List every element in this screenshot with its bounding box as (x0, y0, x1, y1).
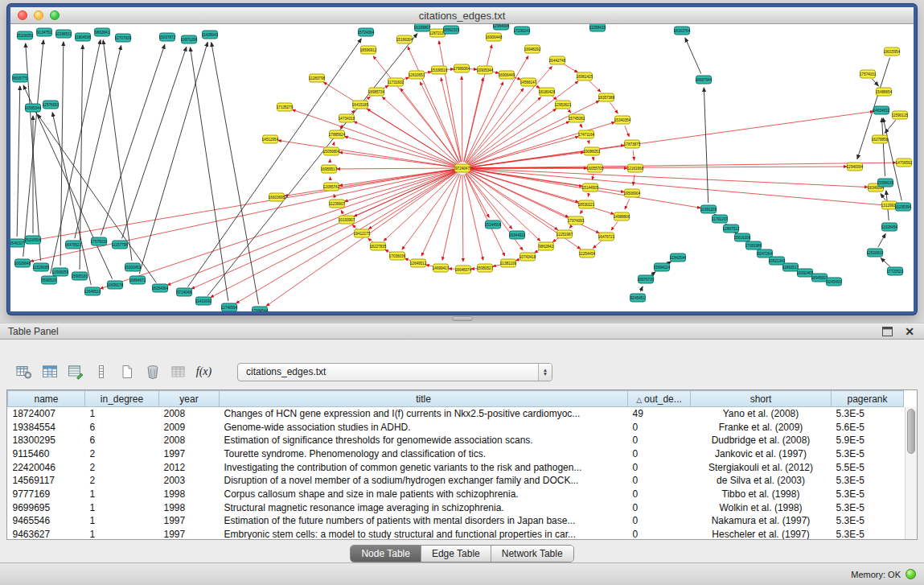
table-cell[interactable]: Tibbo et al. (1998) (691, 488, 832, 501)
table-cell[interactable]: 5.3E-5 (832, 501, 904, 514)
graph-node[interactable]: 14734318 (339, 114, 355, 122)
column-header-title[interactable]: title (220, 391, 628, 407)
graph-node[interactable]: 11804596 (75, 33, 92, 41)
table-cell[interactable]: 5.3E-5 (832, 474, 904, 488)
column-settings-button[interactable] (13, 361, 35, 382)
table-cell[interactable]: 0 (628, 528, 691, 540)
graph-node[interactable]: 17579030 (91, 237, 108, 245)
table-cell[interactable]: Investigating the contribution of common… (220, 460, 628, 474)
graph-edge[interactable] (368, 238, 373, 242)
graph-node[interactable]: 12576693 (43, 101, 60, 109)
table-cell[interactable]: Estimation of significance thresholds fo… (220, 434, 628, 447)
table-row[interactable]: 969969511998Structural magnetic resonanc… (8, 501, 904, 514)
window-titlebar[interactable]: citations_edges.txt (10, 7, 914, 24)
graph-node[interactable]: 12649512 (410, 259, 427, 267)
table-cell[interactable]: Stergiakouli et al. (2012) (691, 460, 832, 474)
table-cell[interactable]: Changes of HCN gene expression and I(f) … (220, 407, 628, 421)
graph-node[interactable]: 17873875 (624, 140, 641, 148)
table-cell[interactable]: Yano et al. (2008) (691, 407, 832, 421)
table-cell[interactable]: 9777169 (8, 488, 85, 501)
graph-node[interactable]: 17236243 (514, 27, 531, 35)
graph-node[interactable]: 17684544 (252, 307, 269, 311)
graph-node[interactable]: 18945602 (811, 274, 828, 282)
graph-edge[interactable] (640, 286, 643, 291)
graph-node[interactable]: 17974093 (568, 216, 585, 225)
graph-node[interactable]: 14706592 (896, 159, 913, 167)
table-cell[interactable]: 1997 (159, 514, 220, 528)
graph-node[interactable]: 12520810 (867, 249, 884, 257)
table-cell[interactable]: 2 (85, 447, 159, 461)
graph-edge[interactable] (466, 174, 489, 217)
graph-node[interactable]: 9724048 (177, 288, 192, 296)
graph-node[interactable]: 10193907 (339, 216, 355, 224)
table-cell[interactable]: 22420046 (8, 460, 85, 474)
table-cell[interactable]: 1 (85, 514, 159, 528)
graph-node[interactable]: 9605775 (13, 74, 28, 82)
graph-edge[interactable] (354, 122, 456, 166)
graph-edge[interactable] (345, 137, 457, 167)
graph-edge[interactable] (885, 120, 895, 133)
graph-node[interactable]: 16476521 (65, 241, 82, 249)
splitter-grip[interactable] (452, 316, 473, 321)
table-cell[interactable]: Disruption of a novel member of a sodium… (220, 474, 628, 488)
graph-edge[interactable] (469, 122, 615, 167)
graph-node[interactable]: 16055705 (587, 164, 604, 172)
table-cell[interactable]: Wolkin et al. (1998) (691, 501, 832, 514)
graph-node[interactable]: 10743418 (519, 253, 536, 261)
table-cell[interactable]: Dudbridge et al. (2008) (691, 434, 832, 447)
graph-node[interactable]: 19948292 (524, 45, 541, 53)
graph-node[interactable]: 12867512 (723, 225, 740, 233)
graph-node[interactable]: 16344911 (509, 231, 526, 239)
vertical-scrollbar[interactable] (905, 407, 917, 539)
graph-edge[interactable] (442, 175, 461, 260)
graph-node[interactable]: 19506904 (624, 189, 641, 197)
graph-edge[interactable] (23, 85, 112, 279)
graph-edge[interactable] (382, 97, 458, 164)
graph-node[interactable]: 20442748 (549, 56, 566, 64)
table-cell[interactable]: 9115460 (8, 447, 85, 461)
column-header-name[interactable]: name (8, 391, 85, 407)
graph-node[interactable]: 12649513 (84, 287, 101, 295)
graph-edge[interactable] (352, 225, 357, 229)
graph-edge[interactable] (139, 43, 207, 274)
table-cell[interactable]: 5.9E-5 (832, 434, 904, 447)
table-cell[interactable]: 19384554 (8, 420, 85, 434)
graph-edge[interactable] (190, 47, 228, 301)
column-header-year[interactable]: year (159, 391, 220, 407)
network-view[interactable]: 9724047160557051514450518530221179740931… (10, 24, 914, 311)
graph-node[interactable]: 9245450 (827, 278, 842, 286)
graph-edge[interactable] (593, 158, 593, 160)
graph-node[interactable]: 18687944 (696, 76, 713, 84)
table-row[interactable]: 977716911998Corpus callosum shape and si… (8, 488, 904, 501)
graph-node[interactable]: 16415185 (352, 101, 369, 109)
graph-node[interactable]: 18254064 (152, 284, 169, 292)
graph-edge[interactable] (292, 109, 456, 166)
table-cell[interactable]: 49 (628, 407, 691, 421)
table-cell[interactable]: Genome-wide association studies in ADHD. (220, 420, 628, 434)
graph-node[interactable]: 15056804 (323, 147, 340, 155)
table-row[interactable]: 1830029562008Estimation of significance … (8, 434, 904, 447)
import-table-button[interactable] (167, 361, 189, 382)
graph-node[interactable]: 10521340 (769, 257, 786, 265)
graph-edge[interactable] (593, 241, 602, 248)
graph-node[interactable]: 16906449 (499, 71, 515, 79)
table-cell[interactable]: 1998 (159, 488, 220, 501)
graph-node[interactable]: 16959517 (321, 165, 338, 173)
graph-node[interactable]: 16476721 (598, 233, 615, 241)
function-builder-button[interactable]: f(x) (193, 361, 215, 382)
graph-node[interactable]: 17036036 (389, 252, 406, 260)
graph-node[interactable]: 9546327 (10, 239, 25, 247)
graph-node[interactable]: 9724047 (455, 164, 470, 172)
graph-edge[interactable] (589, 81, 601, 93)
graph-node[interactable]: 17471164 (578, 130, 595, 138)
graph-edge[interactable] (441, 78, 461, 162)
combo-stepper-icon[interactable]: ▲▼ (538, 364, 552, 381)
graph-node[interactable]: 15994224 (654, 263, 671, 271)
graph-node[interactable]: 11439943 (202, 31, 219, 39)
table-cell[interactable]: Corpus callosum shape and size in male p… (220, 488, 628, 501)
column-header-short[interactable]: short (691, 391, 832, 407)
table-cell[interactable]: 5.6E-5 (832, 420, 904, 434)
graph-node[interactable]: 18227835 (370, 242, 387, 250)
graph-node[interactable]: 10235394 (895, 203, 912, 211)
table-cell[interactable]: de Silva et al. (2003) (691, 474, 832, 488)
